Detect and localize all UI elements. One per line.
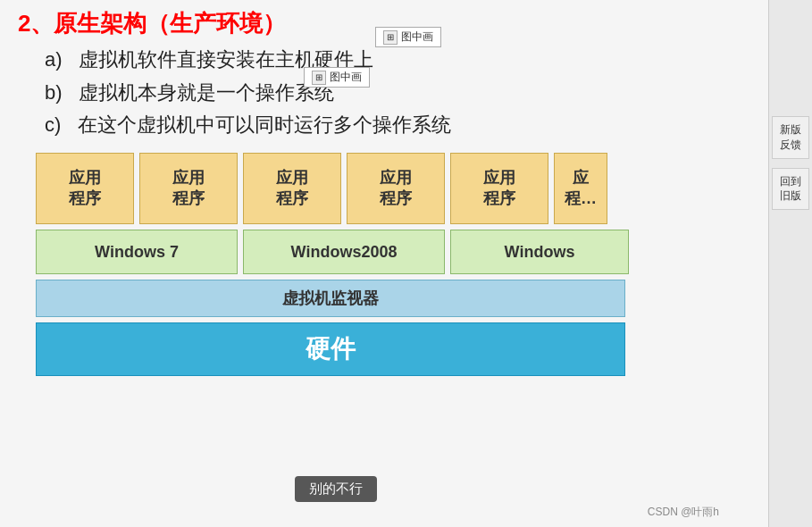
windows-label-3: Windows (505, 243, 575, 262)
list-item-c-label: c) (45, 113, 61, 136)
app-box-5: 应用程序 (450, 153, 548, 224)
hardware-row: 硬件 (36, 322, 625, 376)
old-version-label: 回到 旧版 (780, 175, 801, 203)
app-box-3: 应用程序 (243, 153, 341, 224)
diagram-area: 应用程序 应用程序 应用程序 应用程序 应用程序 应程… Windows 7 W… (36, 153, 643, 376)
watermark-text: CSDN @叶雨h (648, 506, 719, 518)
hypervisor-row: 虚拟机监视器 (36, 280, 625, 317)
list-item-a-label: a) (45, 48, 63, 71)
new-version-label: 新版 反馈 (780, 123, 801, 151)
windows-label-1: Windows 7 (95, 243, 179, 262)
watermark: CSDN @叶雨h (648, 505, 719, 520)
tooltip2-icon: ⊞ (312, 71, 326, 85)
hardware-label: 硬件 (306, 332, 356, 366)
title-text: 2、原生架构（生产环境） (18, 10, 286, 37)
tooltip1-icon: ⊞ (383, 30, 398, 45)
app-box-1: 应用程序 (36, 153, 134, 224)
right-panel: 新版 反馈 回到 旧版 (768, 0, 812, 527)
windows-box-3: Windows (450, 230, 629, 274)
balloon-tooltip-text: 别的不行 (309, 481, 363, 496)
tooltip-picmid-2[interactable]: ⊞ 图中画 (304, 67, 370, 88)
windows-row: Windows 7 Windows2008 Windows (36, 230, 643, 274)
windows-box-1: Windows 7 (36, 230, 238, 274)
app-box-6: 应程… (554, 153, 607, 224)
windows-label-2: Windows2008 (291, 243, 398, 262)
list-item-c: c) 在这个虚拟机中可以同时运行多个操作系统 (45, 112, 750, 139)
tooltip2-text: 图中画 (330, 70, 362, 85)
new-version-feedback-button[interactable]: 新版 反馈 (772, 116, 809, 159)
balloon-tooltip: 别的不行 (295, 476, 377, 502)
main-content: 2、原生架构（生产环境） ⊞ 图中画 a) 虚拟机软件直接安装在主机硬件上 b)… (0, 0, 768, 527)
list-items: a) 虚拟机软件直接安装在主机硬件上 b) 虚拟机本身就是一个操作系统 c) 在… (45, 46, 750, 139)
list-item-b-label: b) (45, 81, 63, 104)
old-version-button[interactable]: 回到 旧版 (772, 168, 809, 211)
app-boxes-row: 应用程序 应用程序 应用程序 应用程序 应用程序 应程… (36, 153, 643, 224)
list-item: a) 虚拟机软件直接安装在主机硬件上 (45, 46, 750, 74)
tooltip1-text: 图中画 (401, 29, 433, 45)
app-box-2: 应用程序 (139, 153, 238, 224)
tooltip-picmid-1[interactable]: ⊞ 图中画 (375, 27, 441, 47)
list-item-c-text: 在这个虚拟机中可以同时运行多个操作系统 (78, 113, 451, 136)
hypervisor-label: 虚拟机监视器 (282, 288, 379, 309)
list-item-b: b) 虚拟机本身就是一个操作系统 (45, 79, 750, 107)
app-box-4: 应用程序 (347, 153, 445, 224)
list-item-b-text: 虚拟机本身就是一个操作系统 (79, 81, 334, 104)
windows-box-2: Windows2008 (243, 230, 445, 274)
